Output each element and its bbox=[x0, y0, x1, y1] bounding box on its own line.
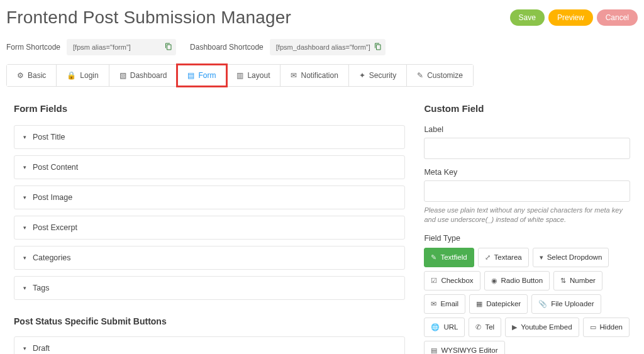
tab-label: Basic bbox=[28, 71, 46, 80]
field-type-label: Select Dropdown bbox=[547, 253, 602, 261]
field-type-label: Hidden bbox=[600, 323, 623, 331]
custom-field-label-input[interactable] bbox=[424, 138, 630, 159]
tab-layout[interactable]: ▥Layout bbox=[226, 65, 280, 86]
chevron-down-icon: ▾ bbox=[23, 285, 26, 291]
custom-field-metakey-hint: Please use plain text without any specia… bbox=[424, 206, 630, 225]
field-type-youtube-embed[interactable]: ▶Youtube Embed bbox=[505, 318, 579, 337]
header-actions: Save Preview Cancel bbox=[510, 9, 638, 26]
field-type-label: Radio Button bbox=[501, 277, 543, 284]
form-fields-heading: Form Fields bbox=[14, 103, 405, 114]
textarea-icon: ⤢ bbox=[485, 253, 491, 262]
tab-label: Dashboard bbox=[130, 71, 167, 80]
accordion-label: Post Excerpt bbox=[33, 223, 77, 232]
radio-button-icon: ◉ bbox=[491, 277, 497, 285]
field-type-label: URL bbox=[443, 323, 458, 331]
field-type-label: Textarea bbox=[494, 253, 522, 261]
form-shortcode-field[interactable]: [fpsm alias="form"] bbox=[67, 39, 176, 55]
field-type-radio-button[interactable]: ◉Radio Button bbox=[484, 271, 550, 290]
field-type-label: Youtube Embed bbox=[521, 323, 572, 331]
field-type-label: Checkbox bbox=[441, 277, 473, 284]
preview-button[interactable]: Preview bbox=[548, 9, 593, 26]
field-type-file-uploader[interactable]: 📎File Uploader bbox=[531, 294, 601, 314]
tel-icon: ✆ bbox=[475, 323, 481, 331]
tab-dashboard[interactable]: ▧Dashboard bbox=[109, 65, 178, 86]
field-type-label: Number bbox=[570, 277, 596, 284]
dashboard-shortcode-field[interactable]: [fpsm_dashboard alias="form"] bbox=[270, 39, 386, 55]
field-type-label: Datepicker bbox=[486, 300, 521, 307]
custom-field-metakey-input[interactable] bbox=[424, 180, 630, 202]
form-field-post-excerpt[interactable]: ▾Post Excerpt bbox=[14, 216, 405, 240]
tabs: ⚙Basic🔒Login▧Dashboard▤Form▥Layout✉Notif… bbox=[6, 64, 474, 87]
shield-icon: ✦ bbox=[359, 71, 365, 80]
save-button[interactable]: Save bbox=[510, 9, 545, 26]
tab-label: Form bbox=[198, 71, 216, 80]
field-type-tel[interactable]: ✆Tel bbox=[469, 318, 501, 337]
checkbox-icon: ☑ bbox=[431, 277, 437, 285]
status-button-draft[interactable]: ▾Draft bbox=[14, 336, 405, 354]
page-title: Frontend Post Submission Manager bbox=[6, 8, 291, 28]
copy-icon[interactable] bbox=[165, 43, 172, 52]
accordion-label: Categories bbox=[33, 253, 70, 262]
url-icon: 🌐 bbox=[431, 323, 440, 331]
field-type-url[interactable]: 🌐URL bbox=[424, 318, 465, 337]
wysiwyg-editor-icon: ▤ bbox=[431, 346, 437, 354]
tab-label: Notification bbox=[301, 71, 338, 80]
cancel-button[interactable]: Cancel bbox=[597, 9, 638, 26]
tab-security[interactable]: ✦Security bbox=[349, 65, 407, 86]
tab-notification[interactable]: ✉Notification bbox=[280, 65, 348, 86]
field-type-label: File Uploader bbox=[551, 300, 594, 307]
tab-basic[interactable]: ⚙Basic bbox=[7, 65, 57, 86]
form-shortcode-label: Form Shortcode bbox=[6, 43, 60, 52]
datepicker-icon: ▦ bbox=[476, 300, 482, 308]
accordion-label: Post Image bbox=[33, 193, 72, 202]
accordion-label: Tags bbox=[33, 284, 49, 292]
chevron-down-icon: ▾ bbox=[23, 224, 26, 231]
tab-label: Customize bbox=[427, 71, 463, 80]
custom-field-metakey-label: Meta Key bbox=[424, 168, 630, 177]
field-type-checkbox[interactable]: ☑Checkbox bbox=[424, 271, 480, 290]
youtube-embed-icon: ▶ bbox=[512, 323, 517, 331]
chevron-down-icon: ▾ bbox=[23, 255, 26, 261]
tab-form[interactable]: ▤Form bbox=[177, 65, 226, 86]
lock-icon: 🔒 bbox=[67, 71, 76, 80]
field-type-hidden[interactable]: ▭Hidden bbox=[583, 318, 630, 337]
form-field-categories[interactable]: ▾Categories bbox=[14, 246, 405, 270]
tab-label: Layout bbox=[247, 71, 270, 80]
field-type-textfield[interactable]: ✎Textfield bbox=[424, 248, 474, 267]
number-icon: ⇅ bbox=[560, 277, 566, 285]
form-field-post-image[interactable]: ▾Post Image bbox=[14, 185, 405, 209]
tab-login[interactable]: 🔒Login bbox=[57, 65, 109, 86]
email-icon: ✉ bbox=[431, 300, 436, 308]
field-type-wysiwyg-editor[interactable]: ▤WYSIWYG Editor bbox=[424, 341, 504, 354]
field-type-datepicker[interactable]: ▦Datepicker bbox=[469, 294, 528, 314]
form-shortcode-value: [fpsm alias="form"] bbox=[73, 43, 161, 51]
form-icon: ▤ bbox=[187, 71, 194, 80]
chevron-down-icon: ▾ bbox=[23, 164, 26, 170]
field-type-select-dropdown[interactable]: ▾Select Dropdown bbox=[533, 248, 609, 267]
select-dropdown-icon: ▾ bbox=[540, 253, 543, 262]
accordion-label: Draft bbox=[33, 344, 50, 353]
field-type-label: Tel bbox=[485, 323, 494, 331]
tab-label: Login bbox=[80, 71, 98, 80]
field-type-email[interactable]: ✉Email bbox=[424, 294, 465, 314]
form-field-tags[interactable]: ▾Tags bbox=[14, 276, 405, 300]
tab-label: Security bbox=[369, 71, 396, 80]
chevron-down-icon: ▾ bbox=[23, 345, 26, 351]
file-uploader-icon: 📎 bbox=[538, 300, 547, 308]
form-field-post-content[interactable]: ▾Post Content bbox=[14, 155, 405, 179]
form-field-post-title[interactable]: ▾Post Title bbox=[14, 125, 405, 149]
layout-icon: ▥ bbox=[236, 71, 243, 80]
custom-field-type-label: Field Type bbox=[424, 234, 630, 243]
field-type-textarea[interactable]: ⤢Textarea bbox=[478, 248, 529, 267]
mail-icon: ✉ bbox=[291, 71, 297, 80]
field-type-number[interactable]: ⇅Number bbox=[553, 271, 602, 290]
gear-icon: ⚙ bbox=[17, 71, 24, 80]
tab-customize[interactable]: ✎Customize bbox=[407, 65, 473, 86]
dashboard-shortcode-label: Dashboard Shortcode bbox=[190, 43, 264, 52]
custom-field-label-label: Label bbox=[424, 125, 630, 134]
copy-icon[interactable] bbox=[374, 43, 382, 52]
status-buttons-heading: Post Status Specific Submit Buttons bbox=[14, 316, 405, 326]
dashboard-shortcode-value: [fpsm_dashboard alias="form"] bbox=[276, 43, 370, 51]
custom-field-heading: Custom Field bbox=[424, 103, 630, 114]
textfield-icon: ✎ bbox=[431, 253, 436, 262]
